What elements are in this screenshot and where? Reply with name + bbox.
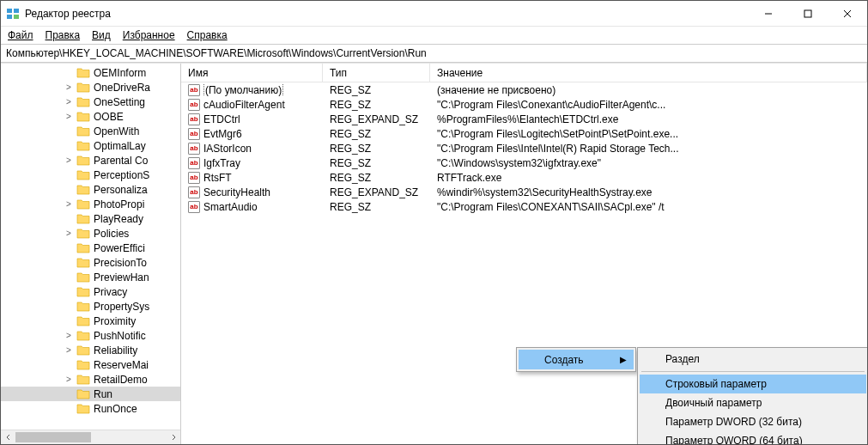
- string-value-icon: ab: [188, 186, 200, 198]
- value-data: %ProgramFiles%\Elantech\ETDCtrl.exe: [430, 113, 867, 125]
- address-bar[interactable]: Компьютер\HKEY_LOCAL_MACHINE\SOFTWARE\Mi…: [1, 44, 867, 63]
- tree-item-label: PreviewHan: [94, 271, 149, 283]
- menu-favorites[interactable]: Избранное: [123, 29, 175, 41]
- value-row[interactable]: abRtsFTREG_SZRTFTrack.exe: [181, 170, 867, 185]
- value-row[interactable]: abSmartAudioREG_SZ"C:\Program Files\CONE…: [181, 199, 867, 214]
- col-name[interactable]: Имя: [181, 64, 323, 82]
- value-row[interactable]: abSecurityHealthREG_EXPAND_SZ%windir%\sy…: [181, 185, 867, 199]
- string-value-icon: ab: [188, 172, 200, 184]
- tree-item-label: PlayReady: [94, 213, 143, 225]
- svg-rect-1: [14, 9, 19, 13]
- expand-icon[interactable]: >: [64, 155, 73, 165]
- expand-icon[interactable]: >: [64, 82, 73, 92]
- tree-item-label: Privacy: [94, 286, 127, 298]
- tree-item-label: OEMInform: [94, 67, 146, 79]
- string-value-icon: ab: [188, 113, 200, 125]
- value-type: REG_SZ: [323, 201, 430, 213]
- col-type[interactable]: Тип: [323, 64, 430, 82]
- tree-item[interactable]: Proximity: [1, 314, 180, 328]
- value-row[interactable]: abIgfxTrayREG_SZ"C:\Windows\system32\igf…: [181, 155, 867, 170]
- menu-file[interactable]: Файл: [8, 29, 33, 41]
- value-type: REG_SZ: [323, 172, 430, 184]
- expand-icon[interactable]: >: [64, 112, 73, 121]
- tree-h-scrollbar[interactable]: [1, 430, 180, 444]
- tree-item[interactable]: PreviewHan: [1, 270, 180, 284]
- value-name: RtsFT: [203, 172, 232, 184]
- tree-item[interactable]: >RetailDemo: [1, 372, 180, 387]
- value-name: (По умолчанию): [203, 84, 283, 96]
- scroll-left-icon[interactable]: [1, 430, 15, 445]
- tree-item[interactable]: Privacy: [1, 284, 180, 299]
- tree-item[interactable]: PrecisionTo: [1, 255, 180, 270]
- tree-item-label: Policies: [94, 228, 129, 240]
- body: OEMInform>OneDriveRa>OneSetting>OOBEOpen…: [1, 63, 867, 444]
- menu-view[interactable]: Вид: [92, 29, 111, 41]
- tree-item-label: RetailDemo: [94, 374, 148, 386]
- value-row[interactable]: abEvtMgr6REG_SZ"C:\Program Files\Logitec…: [181, 126, 867, 141]
- tree-item[interactable]: >Parental Co: [1, 153, 180, 168]
- svg-rect-3: [14, 15, 19, 19]
- menu-new-key[interactable]: Раздел: [640, 350, 866, 369]
- tree-item-label: ReserveMai: [94, 359, 149, 371]
- col-value[interactable]: Значение: [430, 64, 867, 82]
- expand-icon[interactable]: >: [64, 229, 73, 238]
- expand-icon[interactable]: >: [64, 97, 73, 107]
- menu-new-qword[interactable]: Параметр QWORD (64 бита): [640, 431, 866, 444]
- value-type: REG_EXPAND_SZ: [323, 113, 430, 125]
- tree-item[interactable]: >Reliability: [1, 343, 180, 357]
- value-name: cAudioFilterAgent: [203, 99, 285, 111]
- tree-item[interactable]: >PushNotific: [1, 328, 180, 343]
- value-data: %windir%\system32\SecurityHealthSystray.…: [430, 186, 867, 198]
- menu-create[interactable]: Создать ▶: [519, 350, 634, 369]
- string-value-icon: ab: [188, 157, 200, 169]
- tree-item-label: OneDriveRa: [94, 82, 150, 94]
- menu-edit[interactable]: Правка: [46, 29, 81, 41]
- tree-item[interactable]: PlayReady: [1, 211, 180, 226]
- menu-new-dword[interactable]: Параметр DWORD (32 бита): [640, 412, 866, 431]
- value-type: REG_SZ: [323, 84, 430, 96]
- maximize-button[interactable]: [788, 1, 828, 26]
- value-name: ETDCtrl: [203, 113, 240, 125]
- expand-icon[interactable]: >: [64, 331, 73, 340]
- tree-item[interactable]: PowerEffici: [1, 241, 180, 255]
- expand-icon[interactable]: >: [64, 345, 73, 355]
- menu-new-binary[interactable]: Двоичный параметр: [640, 393, 866, 412]
- tree-item[interactable]: >PhotoPropi: [1, 197, 180, 211]
- folder-icon: [76, 330, 90, 341]
- folder-icon: [76, 271, 90, 283]
- titlebar[interactable]: Редактор реестра: [1, 1, 867, 27]
- tree-item[interactable]: Personaliza: [1, 182, 180, 197]
- value-row[interactable]: abETDCtrlREG_EXPAND_SZ%ProgramFiles%\Ela…: [181, 112, 867, 126]
- tree-item[interactable]: >Policies: [1, 226, 180, 241]
- minimize-button[interactable]: [749, 1, 788, 26]
- tree-item[interactable]: OpenWith: [1, 124, 180, 138]
- tree-item[interactable]: >OOBE: [1, 109, 180, 124]
- expand-icon[interactable]: >: [64, 199, 73, 209]
- tree-item[interactable]: OptimalLay: [1, 138, 180, 153]
- tree-item[interactable]: ReserveMai: [1, 357, 180, 372]
- tree-item[interactable]: PropertySys: [1, 299, 180, 314]
- tree-item[interactable]: PerceptionS: [1, 168, 180, 182]
- menu-new-string[interactable]: Строковый параметр: [640, 375, 866, 393]
- tree-item-label: Reliability: [94, 344, 137, 357]
- values-header: Имя Тип Значение: [181, 64, 867, 82]
- tree-item[interactable]: RunOnce: [1, 401, 180, 416]
- close-button[interactable]: [828, 1, 867, 26]
- scroll-thumb[interactable]: [15, 432, 91, 442]
- scroll-right-icon[interactable]: [166, 430, 180, 445]
- tree-item[interactable]: OEMInform: [1, 65, 180, 80]
- value-row[interactable]: abIAStorIconREG_SZ"C:\Program Files\Inte…: [181, 141, 867, 155]
- scroll-track[interactable]: [15, 430, 166, 444]
- tree-panel: OEMInform>OneDriveRa>OneSetting>OOBEOpen…: [1, 64, 181, 444]
- tree-item[interactable]: >OneSetting: [1, 94, 180, 109]
- value-row[interactable]: abcAudioFilterAgentREG_SZ"C:\Program Fil…: [181, 97, 867, 112]
- tree-item-label: Run: [94, 388, 112, 400]
- expand-icon[interactable]: >: [64, 375, 73, 384]
- menu-help[interactable]: Справка: [187, 29, 228, 41]
- tree-item[interactable]: Run: [1, 387, 180, 401]
- tree-item[interactable]: >OneDriveRa: [1, 80, 180, 94]
- tree-item-label: OneSetting: [94, 96, 145, 108]
- value-row[interactable]: ab(По умолчанию)REG_SZ(значение не присв…: [181, 82, 867, 97]
- value-type: REG_SZ: [323, 143, 430, 155]
- folder-icon: [76, 96, 90, 107]
